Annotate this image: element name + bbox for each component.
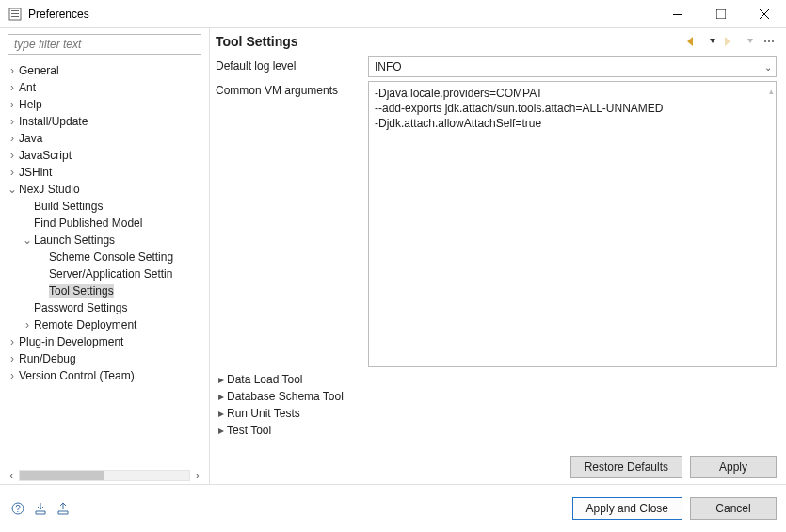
scroll-thumb[interactable]	[20, 471, 104, 480]
close-button[interactable]	[743, 0, 786, 28]
right-panel: Tool Settings Default log level INFO ⌄ C…	[210, 28, 786, 484]
export-icon[interactable]	[55, 500, 72, 517]
tree-horizontal-scrollbar[interactable]: ‹ ›	[0, 467, 209, 484]
form-area: Default log level INFO ⌄ Common VM argum…	[210, 56, 786, 450]
tree-item-tool-settings[interactable]: Tool Settings	[4, 282, 209, 299]
tree-item-ant[interactable]: ›Ant	[4, 79, 209, 96]
chevron-right-icon: ›	[6, 98, 19, 111]
title-bar: Preferences	[0, 0, 786, 28]
vm-arguments-label: Common VM arguments	[216, 81, 368, 97]
section-run-unit-tests[interactable]: ▸Run Unit Tests	[216, 405, 777, 422]
chevron-right-icon: ›	[6, 369, 19, 382]
svg-rect-4	[673, 14, 682, 15]
apply-button[interactable]: Apply	[690, 456, 777, 478]
maximize-button[interactable]	[699, 0, 743, 28]
tree-item-server-application-setting[interactable]: Server/Application Settin	[4, 266, 209, 282]
tree-item-build-settings[interactable]: Build Settings	[4, 198, 209, 215]
chevron-right-icon: ›	[6, 81, 19, 94]
forward-icon	[724, 34, 739, 49]
tree-item-scheme-console-setting[interactable]: Scheme Console Setting	[4, 249, 209, 266]
dialog-footer: ? Apply and Close Cancel	[0, 484, 786, 531]
back-dropdown-icon[interactable]	[705, 34, 720, 49]
log-level-label: Default log level	[216, 56, 368, 73]
svg-rect-1	[11, 10, 19, 11]
chevron-right-icon: ›	[6, 132, 19, 145]
import-icon[interactable]	[32, 500, 49, 517]
page-heading: Tool Settings	[210, 28, 786, 56]
back-icon[interactable]	[686, 34, 701, 49]
chevron-right-icon: ›	[6, 64, 19, 77]
chevron-right-icon: ›	[6, 335, 19, 348]
filter-placeholder: type filter text	[14, 38, 81, 51]
chevron-down-icon: ⌄	[764, 62, 772, 73]
section-database-schema-tool[interactable]: ▸Database Schema Tool	[216, 388, 777, 405]
scroll-left-icon[interactable]: ‹	[4, 468, 19, 483]
scroll-track[interactable]	[19, 470, 190, 481]
svg-text:?: ?	[15, 504, 21, 514]
svg-rect-3	[11, 16, 19, 17]
chevron-down-icon: ⌄	[6, 183, 19, 196]
triangle-right-icon: ▸	[216, 407, 227, 420]
minimize-button[interactable]	[656, 0, 699, 28]
svg-point-8	[764, 40, 766, 42]
chevron-right-icon: ›	[6, 149, 19, 162]
restore-defaults-button[interactable]: Restore Defaults	[570, 456, 682, 478]
svg-rect-5	[716, 9, 726, 19]
svg-point-10	[772, 40, 774, 42]
forward-dropdown-icon	[743, 34, 758, 49]
chevron-right-icon: ›	[6, 166, 19, 179]
chevron-right-icon: ›	[21, 318, 34, 331]
chevron-down-icon: ⌄	[21, 234, 34, 247]
preferences-icon	[8, 7, 23, 22]
triangle-right-icon: ▸	[216, 390, 227, 403]
vm-arguments-textarea[interactable]: -Djava.locale.providers=COMPAT --add-exp…	[368, 81, 777, 367]
tree-item-install-update[interactable]: ›Install/Update	[4, 113, 209, 130]
apply-and-close-button[interactable]: Apply and Close	[572, 497, 682, 520]
tree-item-find-published-model[interactable]: Find Published Model	[4, 215, 209, 232]
view-menu-icon[interactable]	[762, 34, 777, 49]
tree-item-general[interactable]: ›General	[4, 62, 209, 79]
tree-item-help[interactable]: ›Help	[4, 96, 209, 113]
chevron-right-icon: ›	[6, 352, 19, 365]
help-icon[interactable]: ?	[9, 500, 26, 517]
left-panel: type filter text ›General ›Ant ›Help ›In…	[0, 28, 210, 484]
tree-item-run-debug[interactable]: ›Run/Debug	[4, 350, 209, 367]
tree-item-remote-deployment[interactable]: ›Remote Deployment	[4, 316, 209, 333]
tree-item-java[interactable]: ›Java	[4, 130, 209, 147]
page-title: Tool Settings	[216, 34, 682, 49]
cancel-button[interactable]: Cancel	[690, 497, 777, 520]
chevron-right-icon: ›	[6, 115, 19, 128]
triangle-right-icon: ▸	[216, 373, 227, 386]
tree-item-launch-settings[interactable]: ⌄Launch Settings	[4, 232, 209, 249]
window-title: Preferences	[28, 8, 656, 21]
section-test-tool[interactable]: ▸Test Tool	[216, 422, 777, 439]
svg-rect-2	[11, 13, 19, 14]
tree-item-plugin-development[interactable]: ›Plug-in Development	[4, 333, 209, 350]
page-button-row: Restore Defaults Apply	[210, 450, 786, 484]
preferences-tree[interactable]: ›General ›Ant ›Help ›Install/Update ›Jav…	[0, 60, 209, 467]
filter-input[interactable]: type filter text	[8, 34, 201, 55]
tree-item-javascript[interactable]: ›JavaScript	[4, 147, 209, 164]
scroll-up-icon: ▴	[769, 84, 774, 99]
tree-item-version-control[interactable]: ›Version Control (Team)	[4, 367, 209, 384]
tree-item-password-settings[interactable]: Password Settings	[4, 299, 209, 316]
log-level-value: INFO	[375, 60, 402, 73]
svg-point-9	[768, 40, 770, 42]
section-data-load-tool[interactable]: ▸Data Load Tool	[216, 371, 777, 388]
triangle-right-icon: ▸	[216, 424, 227, 437]
tree-item-jshint[interactable]: ›JSHint	[4, 164, 209, 181]
tree-item-nexj-studio[interactable]: ⌄NexJ Studio	[4, 181, 209, 198]
log-level-select[interactable]: INFO ⌄	[368, 56, 777, 77]
scroll-right-icon[interactable]: ›	[190, 468, 205, 483]
